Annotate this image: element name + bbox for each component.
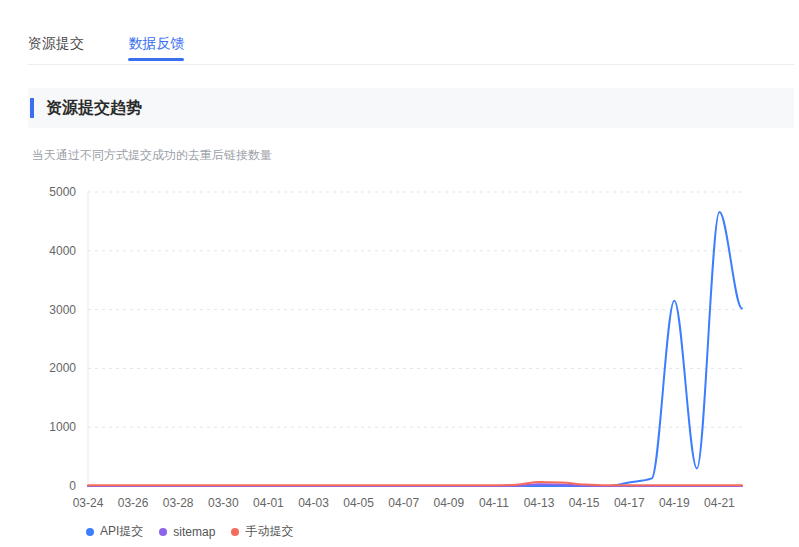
tab-data-feedback-label: 数据反馈 [128,35,184,51]
series-line-manual [88,482,742,485]
tab-resource-submit[interactable]: 资源提交 [28,28,84,64]
x-tick-label: 04-01 [253,496,284,510]
active-tab-underline [128,58,184,61]
y-tick-label: 2000 [49,361,76,375]
x-tick-label: 03-30 [208,496,239,510]
legend-item-sitemap[interactable]: sitemap [159,525,215,539]
x-tick-label: 03-28 [163,496,194,510]
section-header: 资源提交趋势 [28,88,794,128]
x-axis-labels: 03-2403-2603-2803-3004-0104-0304-0504-07… [73,496,735,510]
y-axis-labels: 010002000300040005000 [49,185,76,493]
tabbar: 资源提交 数据反馈 [28,28,794,65]
y-tick-label: 1000 [49,420,76,434]
x-tick-label: 04-15 [569,496,600,510]
data-feedback-page: 资源提交 数据反馈 资源提交趋势 当天通过不同方式提交成功的去重后链接数量 01… [0,0,799,547]
series-line-api [88,212,742,486]
gridlines [88,192,742,427]
chart-subtitle: 当天通过不同方式提交成功的去重后链接数量 [32,147,272,164]
x-tick-label: 04-03 [298,496,329,510]
legend-label-api: API提交 [100,523,143,540]
x-tick-label: 04-19 [659,496,690,510]
accent-bar [30,98,34,118]
legend-dot-manual [231,528,239,536]
x-tick-label: 03-24 [73,496,104,510]
legend-label-sitemap: sitemap [173,525,215,539]
y-tick-label: 0 [69,479,76,493]
tab-data-feedback[interactable]: 数据反馈 [128,28,184,64]
legend-item-manual[interactable]: 手动提交 [231,523,293,540]
y-tick-label: 4000 [49,244,76,258]
x-tick-label: 04-09 [433,496,464,510]
x-tick-label: 04-21 [704,496,735,510]
y-tick-label: 5000 [49,185,76,199]
x-tick-label: 04-07 [388,496,419,510]
trend-chart: 01000200030004000500003-2403-2603-2803-3… [0,175,799,520]
x-tick-label: 04-05 [343,496,374,510]
x-tick-label: 03-26 [118,496,149,510]
legend-dot-api [86,528,94,536]
chart-legend: API提交sitemap手动提交 [86,523,293,540]
y-tick-label: 3000 [49,303,76,317]
x-tick-label: 04-13 [524,496,555,510]
x-tick-label: 04-11 [479,496,509,510]
legend-item-api[interactable]: API提交 [86,523,143,540]
section-title: 资源提交趋势 [46,98,142,119]
x-tick-label: 04-17 [614,496,645,510]
legend-label-manual: 手动提交 [245,523,293,540]
trend-chart-svg: 01000200030004000500003-2403-2603-2803-3… [0,175,799,520]
legend-dot-sitemap [159,528,167,536]
